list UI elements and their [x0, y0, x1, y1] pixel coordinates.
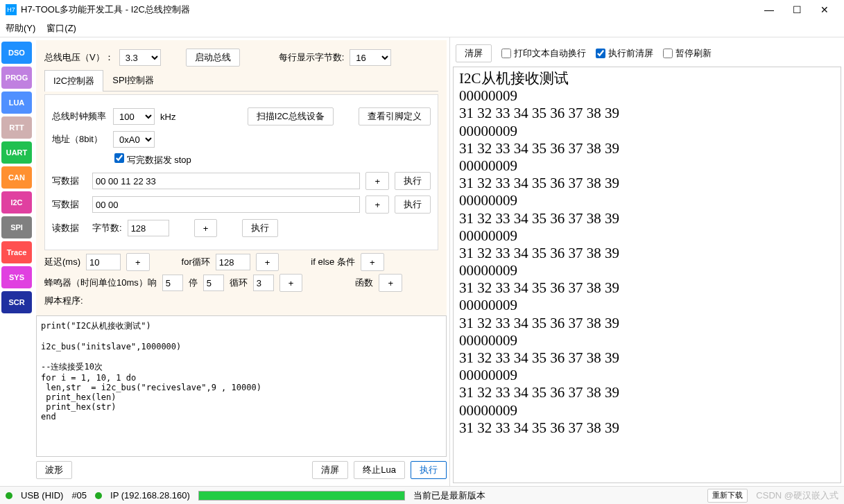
pause-label[interactable]: 暂停刷新	[663, 47, 712, 60]
script-label: 脚本程序:	[44, 295, 83, 307]
beep-loop-label: 循环	[230, 277, 248, 289]
clock-unit: kHz	[160, 112, 175, 122]
line-bytes-select[interactable]: 16	[350, 49, 391, 66]
sidebar-tool-rtt[interactable]: RTT	[1, 116, 32, 139]
sidebar-tool-scr[interactable]: SCR	[1, 291, 32, 313]
delay-input[interactable]	[86, 254, 121, 270]
for-label: for循环	[182, 256, 210, 268]
pin-def-button[interactable]: 查看引脚定义	[359, 107, 431, 125]
clear-before-checkbox[interactable]	[596, 49, 605, 58]
version-status: 当前已是最新版本	[413, 489, 485, 502]
progress-bar	[198, 491, 405, 501]
read-bytes-label: 字节数:	[92, 222, 122, 234]
sidebar: DSOPROGLUARTTUARTCANI2CSPITraceSYSSCR	[0, 37, 33, 486]
write1-plus-button[interactable]: +	[365, 172, 389, 190]
i2c-controls: 总线时钟频率 100 kHz 扫描I2C总线设备 查看引脚定义 地址（8bit）…	[44, 94, 438, 250]
read-plus-button[interactable]: +	[194, 219, 218, 237]
script-textarea[interactable]	[36, 315, 447, 457]
sidebar-tool-prog[interactable]: PROG	[1, 67, 32, 89]
app-icon: H7	[6, 4, 17, 15]
write-stop-checkbox[interactable]	[114, 153, 124, 163]
clock-label: 总线时钟频率	[52, 110, 107, 123]
beep-plus-button[interactable]: +	[279, 274, 303, 292]
usb-status-icon	[6, 492, 12, 499]
write1-input[interactable]	[92, 173, 360, 189]
write1-exec-button[interactable]: 执行	[395, 172, 431, 190]
pause-checkbox[interactable]	[663, 49, 673, 58]
sidebar-tool-dso[interactable]: DSO	[1, 42, 32, 64]
output-area[interactable]: I2C从机接收测试 00000009 31 32 33 34 35 36 37 …	[453, 67, 841, 483]
bus-voltage-select[interactable]: 3.3	[119, 49, 161, 66]
left-panel: 总线电压（V）： 3.3 启动总线 每行显示字节数: 16 I2C控制器 SPI…	[33, 37, 449, 486]
wave-button[interactable]: 波形	[36, 461, 72, 479]
exec-script-button[interactable]: 执行	[411, 461, 447, 479]
sidebar-tool-trace[interactable]: Trace	[1, 241, 32, 263]
read-bytes-input[interactable]	[128, 220, 169, 236]
read-exec-button[interactable]: 执行	[242, 219, 278, 237]
ip-status-text: IP (192.168.28.160)	[110, 490, 190, 501]
addr-label: 地址（8bit）	[52, 133, 107, 146]
auto-wrap-checkbox[interactable]	[501, 49, 511, 58]
window-title: H7-TOOL多功能开发工具 - I2C总线控制器	[21, 3, 755, 16]
stop-lua-button[interactable]: 终止Lua	[354, 461, 405, 479]
menu-help[interactable]: 帮助(Y)	[6, 22, 35, 35]
read-label: 读数据	[52, 222, 87, 234]
beep-loop-input[interactable]	[253, 275, 274, 291]
statusbar: USB (HID) #05 IP (192.168.28.160) 当前已是最新…	[0, 486, 844, 504]
device-number: #05	[71, 490, 87, 501]
for-input[interactable]	[216, 254, 250, 270]
func-plus-button[interactable]: +	[379, 274, 402, 292]
sidebar-tool-spi[interactable]: SPI	[1, 216, 32, 238]
usb-status-text: USB (HID)	[21, 490, 63, 501]
func-label: 函数	[355, 277, 373, 289]
beep-stop-label: 停	[189, 277, 198, 289]
sidebar-tool-i2c[interactable]: I2C	[1, 191, 32, 214]
beep-on-input[interactable]	[162, 275, 183, 291]
ip-status-icon	[95, 492, 102, 499]
clear-script-button[interactable]: 清屏	[312, 461, 348, 479]
write-stop-checkbox-label[interactable]: 写完数据发 stop	[114, 153, 191, 166]
beep-stop-input[interactable]	[203, 275, 224, 291]
tab-spi[interactable]: SPI控制器	[103, 69, 163, 91]
delay-label: 延迟(ms)	[44, 256, 80, 268]
clear-before-label[interactable]: 执行前清屏	[596, 47, 653, 60]
menu-window[interactable]: 窗口(Z)	[46, 22, 76, 35]
sidebar-tool-sys[interactable]: SYS	[1, 266, 32, 288]
sidebar-tool-lua[interactable]: LUA	[1, 92, 32, 114]
if-label: if else 条件	[311, 256, 355, 268]
write2-exec-button[interactable]: 执行	[395, 195, 431, 214]
clear-output-button[interactable]: 清屏	[456, 44, 492, 62]
write2-plus-button[interactable]: +	[365, 195, 389, 214]
clock-select[interactable]: 100	[113, 108, 155, 125]
line-bytes-label: 每行显示字节数:	[279, 51, 345, 64]
scan-i2c-button[interactable]: 扫描I2C总线设备	[248, 107, 334, 125]
addr-select[interactable]: 0xA0	[113, 131, 155, 148]
start-bus-button[interactable]: 启动总线	[186, 49, 240, 67]
maximize-button[interactable]: ☐	[783, 4, 811, 15]
redownload-button[interactable]: 重新下载	[707, 489, 748, 503]
if-plus-button[interactable]: +	[361, 253, 384, 271]
watermark-text: CSDN @硬汉嵌入式	[756, 489, 838, 502]
tabs: I2C控制器 SPI控制器	[44, 69, 438, 92]
menubar: 帮助(Y) 窗口(Z)	[0, 19, 844, 37]
sidebar-tool-can[interactable]: CAN	[1, 166, 32, 189]
minimize-button[interactable]: —	[755, 4, 783, 15]
tab-i2c[interactable]: I2C控制器	[44, 70, 103, 92]
delay-plus-button[interactable]: +	[126, 253, 150, 271]
write2-input[interactable]	[92, 196, 360, 213]
for-plus-button[interactable]: +	[256, 253, 279, 271]
write2-label: 写数据	[52, 198, 87, 211]
right-panel: 清屏 打印文本自动换行 执行前清屏 暂停刷新 I2C从机接收测试 0000000…	[449, 37, 844, 486]
sidebar-tool-uart[interactable]: UART	[1, 141, 32, 164]
beep-label: 蜂鸣器（时间单位10ms）响	[44, 277, 157, 289]
auto-wrap-label[interactable]: 打印文本自动换行	[501, 47, 586, 60]
bus-voltage-label: 总线电压（V）：	[44, 51, 114, 64]
write1-label: 写数据	[52, 175, 87, 187]
close-button[interactable]: ✕	[811, 4, 838, 15]
titlebar: H7 H7-TOOL多功能开发工具 - I2C总线控制器 — ☐ ✕	[0, 0, 844, 19]
